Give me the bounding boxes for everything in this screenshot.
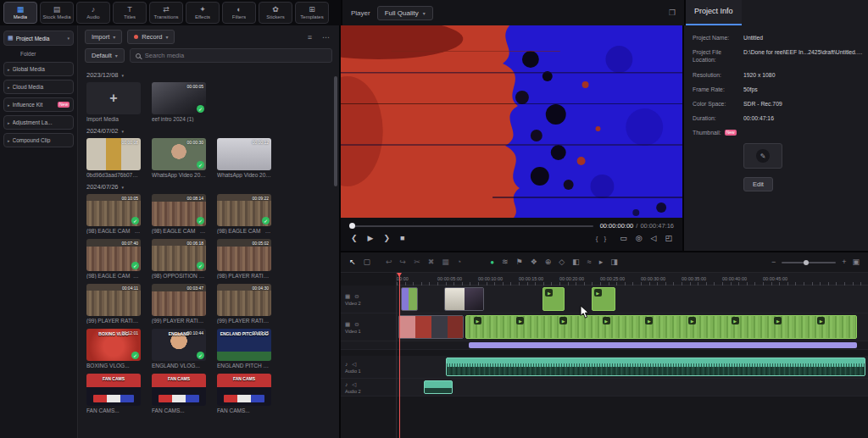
zoom-out-icon[interactable]: − bbox=[771, 258, 776, 266]
media-scrollbar[interactable] bbox=[334, 76, 337, 186]
media-item[interactable]: 00:04:11(99) PLAYER RATINGS... bbox=[86, 284, 141, 324]
auto-ripple-icon[interactable]: ≈ bbox=[587, 258, 592, 266]
media-item[interactable]: 00:10:05✓(98) EAGLE CAM _ A... bbox=[86, 194, 141, 234]
marker-icon[interactable]: ⚑ bbox=[516, 258, 523, 266]
eye-icon[interactable]: ⊙ bbox=[354, 321, 359, 328]
mute-icon[interactable]: ◁ bbox=[352, 381, 356, 388]
playhead[interactable] bbox=[399, 273, 400, 438]
mark-out-icon[interactable]: } bbox=[604, 236, 607, 242]
mute-icon[interactable]: ◁ bbox=[651, 235, 657, 242]
track-header-video-2[interactable]: ▦⊙Video 2 bbox=[341, 286, 396, 313]
fullscreen-icon[interactable]: ◰ bbox=[665, 235, 672, 242]
media-item[interactable]: FAN CAMSFAN CAMS... bbox=[86, 374, 141, 413]
delete-icon[interactable]: ✖ bbox=[428, 258, 435, 266]
eye-icon[interactable]: ⊙ bbox=[354, 293, 359, 300]
freeze-frame-icon[interactable]: ❖ bbox=[531, 258, 537, 266]
aspect-ratio-icon[interactable]: ▭ bbox=[620, 235, 627, 242]
clip-redthumb[interactable] bbox=[398, 315, 465, 339]
track-header-video-1[interactable]: ▦⊙Video 1 bbox=[341, 313, 396, 341]
zoom-slider[interactable] bbox=[782, 262, 836, 263]
snapshot-icon[interactable]: ◎ bbox=[636, 235, 643, 242]
sidebar-item-project-media[interactable]: ▦Project Media▾ bbox=[3, 30, 74, 46]
record-voiceover-icon[interactable]: ● bbox=[490, 259, 494, 266]
motion-track-icon[interactable]: ⊕ bbox=[545, 258, 552, 266]
media-group-header[interactable]: 2024/07/26▾ bbox=[86, 183, 339, 191]
undo-icon[interactable]: ↩ bbox=[386, 258, 392, 266]
media-item[interactable]: 00:04:30(99) PLAYER RATINGS... bbox=[217, 284, 271, 324]
tab-audio[interactable]: ♪Audio bbox=[76, 2, 110, 24]
record-dropdown[interactable]: Record ▾ bbox=[127, 30, 175, 44]
sidebar-item-cloud-media[interactable]: ▸Cloud Media bbox=[3, 80, 74, 94]
import-dropdown[interactable]: Import ▾ bbox=[85, 30, 122, 44]
stop-icon[interactable]: ■ bbox=[400, 235, 404, 242]
track-header-audio-2[interactable]: ♪◁Audio 2 bbox=[341, 379, 396, 396]
tab-project-info[interactable]: Project Info bbox=[686, 0, 742, 25]
timeline-ruler[interactable]: 00:0000:00:05:0000:00:10:0000:00:15:0000… bbox=[397, 273, 868, 286]
tab-stock-media[interactable]: ▤Stock Media bbox=[40, 2, 74, 24]
tab-stickers[interactable]: ✿Stickers bbox=[259, 2, 292, 24]
media-item[interactable]: 00:09:22✓(98) EAGLE CAM _ CH... bbox=[217, 194, 271, 234]
quality-dropdown[interactable]: Full Quality ▾ bbox=[377, 6, 433, 20]
thumbnail-preview[interactable]: ✎ bbox=[743, 143, 782, 169]
tab-templates[interactable]: ⊞Templates bbox=[295, 2, 329, 24]
redo-icon[interactable]: ↪ bbox=[400, 258, 407, 266]
sidebar-item-compound-clip[interactable]: ▸Compound Clip bbox=[3, 133, 74, 147]
previous-frame-icon[interactable]: ❮ bbox=[351, 235, 358, 242]
media-item[interactable]: 00:00:12WhatsApp Video 2024... bbox=[217, 138, 271, 178]
media-item[interactable]: 00:03:47(99) PLAYER RATINGS... bbox=[152, 284, 206, 324]
scrubber-knob[interactable] bbox=[349, 223, 355, 229]
clip-pthumb[interactable] bbox=[401, 287, 418, 311]
import-media-tile[interactable]: +Import Media bbox=[86, 82, 141, 122]
sidebar-item-global-media[interactable]: ▸Global Media bbox=[3, 62, 74, 76]
speed-icon[interactable]: ◔ bbox=[457, 258, 461, 266]
tab-media[interactable]: ▦Media bbox=[3, 2, 37, 24]
sort-icon[interactable]: ≡ bbox=[305, 33, 314, 42]
mask-icon[interactable]: ◧ bbox=[572, 258, 580, 266]
zoom-slider-knob[interactable] bbox=[804, 260, 809, 265]
media-item[interactable]: BOXING VLOG00:12:01✓BOXING VLOG... bbox=[86, 329, 141, 369]
media-item[interactable]: FAN CAMSFAN CAMS... bbox=[217, 374, 271, 413]
media-item[interactable]: 00:00:080bd96d3aad76b0728 1... bbox=[86, 138, 141, 178]
mute-icon[interactable]: ◁ bbox=[352, 361, 356, 368]
more-icon[interactable]: ⋯ bbox=[320, 33, 332, 42]
edit-thumbnail-button[interactable]: Edit bbox=[743, 177, 773, 191]
sidebar-item-folder[interactable]: Folder bbox=[3, 49, 74, 58]
next-frame-icon[interactable]: ❯ bbox=[383, 235, 390, 242]
sidebar-item-influence-kit[interactable]: ▸Influence KitNew bbox=[3, 97, 74, 112]
clip-audiosm[interactable] bbox=[424, 380, 452, 394]
tab-effects[interactable]: ✦Effects bbox=[186, 2, 220, 24]
fit-timeline-icon[interactable]: ▣ bbox=[852, 258, 860, 266]
media-item[interactable]: ENGLAND00:10:44✓ENGLAND VLOG... bbox=[152, 329, 206, 369]
search-input[interactable] bbox=[145, 52, 326, 59]
crop-icon[interactable]: ▦ bbox=[442, 258, 449, 266]
media-group-header[interactable]: 2023/12/08▾ bbox=[86, 71, 339, 79]
clip-purplebar[interactable] bbox=[469, 342, 858, 348]
clip-imgthumb[interactable] bbox=[444, 287, 485, 311]
track-header-audio-1[interactable]: ♪◁Audio 1 bbox=[341, 356, 396, 379]
tab-titles[interactable]: TTitles bbox=[113, 2, 147, 24]
clip-green[interactable]: ▶ bbox=[592, 287, 615, 311]
media-item[interactable]: 00:05:02(98) PLAYER RATINGS... bbox=[217, 239, 271, 279]
zoom-in-icon[interactable]: + bbox=[842, 258, 846, 266]
filter-dropdown[interactable]: Default ▾ bbox=[85, 48, 125, 63]
track-manager-icon[interactable]: ▢ bbox=[364, 258, 371, 266]
media-item[interactable]: 00:06:18✓(98) OPPOSITION CA... bbox=[152, 239, 206, 279]
detach-player-icon[interactable]: ❐ bbox=[669, 8, 676, 17]
keyframe-icon[interactable]: ◇ bbox=[559, 258, 565, 266]
tab-transitions[interactable]: ⇄Transitions bbox=[149, 2, 183, 24]
player-scrubber[interactable] bbox=[349, 225, 593, 227]
media-item[interactable]: FAN CAMSFAN CAMS... bbox=[152, 374, 206, 413]
media-item[interactable]: 00:00:05✓eef intro 2024 (1) bbox=[152, 82, 206, 122]
media-group-header[interactable]: 2024/07/02▾ bbox=[86, 127, 339, 135]
export-frame-icon[interactable]: ◨ bbox=[610, 258, 618, 266]
clip-green[interactable]: ▶ bbox=[542, 287, 565, 311]
sidebar-item-adjustment-la[interactable]: ▸Adjustment La... bbox=[3, 115, 74, 130]
clip-audio[interactable] bbox=[446, 358, 865, 376]
pointer-tool-icon[interactable]: ↖ bbox=[349, 258, 356, 266]
clip-greenlong[interactable]: ▶▶▶▶▶▶▶▶▶ bbox=[465, 315, 858, 339]
mark-in-icon[interactable]: { bbox=[596, 236, 598, 242]
split-icon[interactable]: ✂ bbox=[414, 258, 420, 266]
render-preview-icon[interactable]: ▸ bbox=[599, 258, 604, 266]
audio-mixer-icon[interactable]: ≋ bbox=[502, 258, 509, 266]
play-icon[interactable]: ▶ bbox=[368, 235, 374, 242]
